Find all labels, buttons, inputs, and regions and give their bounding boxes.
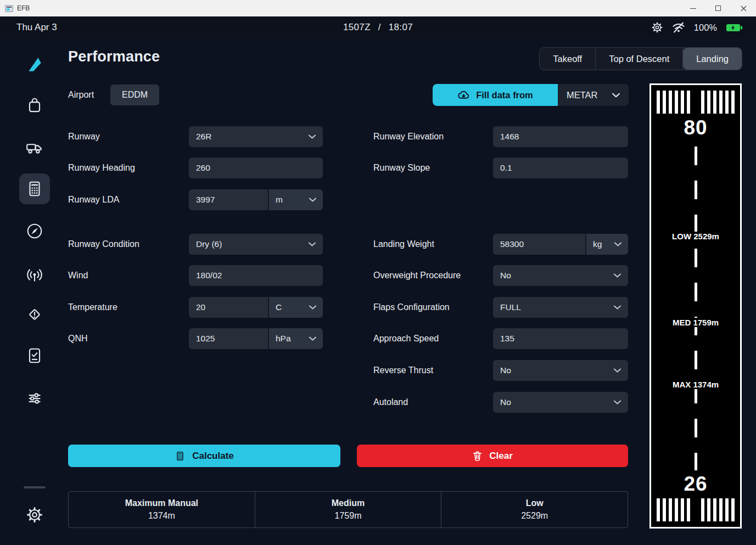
wifi-off-icon[interactable]: [672, 21, 685, 33]
runway-elevation-label: Runway Elevation: [373, 126, 444, 147]
runway-select[interactable]: 26R: [189, 126, 323, 147]
close-icon: [741, 5, 747, 12]
gear-icon: [26, 506, 43, 524]
window-maximize-button[interactable]: [705, 0, 731, 16]
calculator-icon: [175, 451, 186, 462]
battery-charging-icon: [726, 23, 743, 32]
chevron-down-icon: [309, 305, 316, 310]
tab-landing[interactable]: Landing: [683, 48, 742, 70]
qnh-unit-select[interactable]: hPa: [268, 328, 323, 349]
runway-condition-label: Runway Condition: [68, 234, 139, 255]
runway-elevation-input[interactable]: [493, 126, 628, 147]
flaps-configuration-value: FULL: [500, 302, 521, 312]
qnh-input[interactable]: [189, 328, 268, 349]
minimize-icon: [690, 8, 696, 9]
runway-lda-unit-value: m: [276, 195, 283, 205]
runway-marker-low: LOW 2529m: [651, 232, 740, 241]
chevron-down-icon: [309, 198, 316, 202]
sidebar-item-radio[interactable]: [19, 259, 50, 290]
checklist-icon: [25, 346, 44, 365]
trash-icon: [472, 451, 483, 461]
runway-marker-max: MAX 1374m: [651, 380, 740, 389]
runway-lda-unit-select[interactable]: m: [268, 189, 323, 210]
runway-marker-med-label: MED 1759m: [671, 318, 720, 327]
runway-slope-input[interactable]: [493, 158, 628, 178]
result-label: Medium: [332, 498, 365, 508]
runway-threshold-stripes-far: [651, 91, 740, 114]
fill-source-value: METAR: [567, 90, 598, 100]
result-medium: Medium 1759m: [255, 492, 442, 527]
sidebar-item-hazards[interactable]: [19, 299, 50, 330]
runway-condition-select[interactable]: Dry (6): [189, 234, 323, 255]
runway-label: Runway: [68, 126, 100, 147]
qnh-field: hPa: [189, 328, 323, 349]
fuel-truck-icon: [25, 138, 44, 156]
overweight-procedure-select[interactable]: No: [493, 265, 628, 286]
landing-weight-label: Landing Weight: [373, 234, 434, 255]
window-close-button[interactable]: [731, 0, 756, 16]
page-title: Performance: [68, 48, 160, 65]
sidebar-item-settings[interactable]: [19, 499, 50, 530]
calculator-icon: [25, 179, 44, 198]
window-title: EFB: [17, 4, 30, 12]
temperature-input[interactable]: [189, 297, 268, 318]
chevron-down-icon: [614, 305, 621, 310]
runway-number-near: 26: [651, 473, 740, 496]
logo-wing-icon: [24, 55, 45, 74]
result-value: 1374m: [148, 511, 175, 521]
airport-code-button[interactable]: EDDM: [110, 85, 159, 105]
autoland-select[interactable]: No: [493, 392, 628, 413]
qnh-unit-value: hPa: [276, 334, 291, 344]
runway-heading-input[interactable]: [189, 158, 323, 178]
compass-icon: [25, 222, 44, 240]
reverse-thrust-select[interactable]: No: [493, 360, 628, 381]
sidebar-item-settings-sliders[interactable]: [19, 383, 50, 414]
app-logo: [19, 49, 50, 80]
runway-centerline: [695, 147, 697, 470]
sidebar-item-performance[interactable]: [19, 173, 50, 204]
landing-weight-unit-select[interactable]: kg: [585, 234, 628, 255]
airport-label: Airport: [68, 85, 94, 105]
approach-speed-label: Approach Speed: [373, 328, 439, 349]
result-label: Maximum Manual: [125, 498, 198, 508]
fill-source-select[interactable]: METAR: [558, 84, 629, 106]
runway-visualization: 80 LOW 2529m MED 1759m MAX 1374m 26: [649, 83, 742, 529]
time-separator: /: [378, 22, 381, 33]
runway-condition-value: Dry (6): [196, 239, 222, 249]
flaps-configuration-select[interactable]: FULL: [493, 297, 628, 318]
sidebar-item-fuel[interactable]: [19, 132, 50, 162]
time-local: 18:07: [389, 22, 413, 33]
landing-weight-unit-value: kg: [593, 239, 602, 249]
result-value: 1759m: [335, 511, 362, 521]
runway-lda-field: m: [189, 189, 323, 210]
result-label: Low: [526, 498, 544, 508]
sidebar-item-clipboard[interactable]: [19, 90, 50, 121]
fill-data-from-button[interactable]: Fill data from: [433, 84, 558, 106]
settings-gear-icon[interactable]: [651, 21, 663, 33]
maximize-icon: [715, 5, 721, 11]
runway-lda-input[interactable]: [189, 189, 268, 210]
tab-takeoff[interactable]: Takeoff: [540, 48, 596, 70]
tab-top-of-descent[interactable]: Top of Descent: [596, 48, 683, 70]
calculate-button[interactable]: Calculate: [68, 445, 340, 467]
result-maximum-manual: Maximum Manual 1374m: [69, 492, 255, 527]
chevron-down-icon: [614, 368, 621, 373]
approach-speed-input[interactable]: [493, 328, 628, 349]
sidebar-item-checklist[interactable]: [19, 340, 50, 371]
clear-button[interactable]: Clear: [357, 445, 628, 467]
status-bar: Thu Apr 3 1507Z / 18:07: [0, 16, 756, 38]
wind-label: Wind: [68, 265, 88, 286]
runway-heading-label: Runway Heading: [68, 158, 135, 178]
runway-slope-label: Runway Slope: [373, 158, 430, 178]
window-minimize-button[interactable]: [680, 0, 705, 16]
temperature-unit-select[interactable]: C: [268, 297, 323, 318]
chevron-down-icon: [309, 134, 316, 139]
flaps-configuration-label: Flaps Configuration: [373, 297, 450, 318]
wind-input[interactable]: [189, 265, 323, 286]
sidebar-item-navigation[interactable]: [19, 216, 50, 246]
reverse-thrust-label: Reverse Thrust: [373, 360, 433, 381]
chevron-down-icon: [309, 336, 316, 341]
window-titlebar: EFB: [0, 0, 756, 16]
runway-threshold-stripes-near: [651, 498, 740, 521]
landing-weight-input[interactable]: [493, 234, 585, 255]
